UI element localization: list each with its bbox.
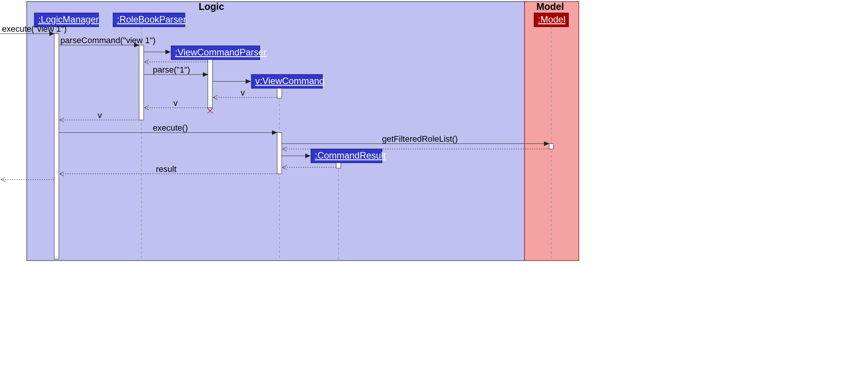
- activation-view-command-exec: [277, 133, 282, 174]
- head-view-command-parser-label: :ViewCommandParser: [175, 47, 267, 57]
- msg-result: result: [156, 164, 177, 174]
- head-view-command-label: v:ViewCommand: [255, 76, 324, 86]
- activation-model: [549, 144, 554, 149]
- logic-frame-title: Logic: [199, 1, 224, 12]
- sequence-diagram: Logic Model :LogicManager :RoleBookParse…: [0, 0, 581, 264]
- model-frame: Model: [525, 1, 579, 261]
- activation-rolebook-parser: [139, 45, 144, 120]
- activation-logic-manager: [54, 34, 59, 259]
- head-logic-manager-label: :LogicManager: [38, 14, 99, 24]
- msg-parse-1: parse("1"): [153, 65, 190, 75]
- msg-getfilteredrolelist: getFilteredRoleList(): [382, 134, 458, 144]
- head-view-command: v:ViewCommand: [251, 75, 324, 88]
- activation-view-command-create: [277, 88, 282, 98]
- head-rolebook-parser-label: :RoleBookParser: [117, 14, 186, 24]
- msg-return-v1: v: [241, 88, 245, 97]
- msg-return-v3: v: [98, 110, 102, 120]
- activation-view-command-parser: [208, 60, 212, 108]
- head-view-command-parser: :ViewCommandParser: [171, 46, 267, 60]
- msg-return-v2: v: [173, 98, 178, 108]
- head-model-label: :Model: [538, 14, 565, 24]
- model-frame-title: Model: [536, 1, 564, 12]
- msg-execute: execute(): [153, 123, 188, 133]
- head-model: :Model: [534, 13, 568, 27]
- head-command-result-label: :CommandResult: [315, 150, 386, 160]
- msg-execute-view1: execute("view 1"): [2, 24, 67, 34]
- activation-command-result: [336, 163, 341, 168]
- msg-parsecommand: parseCommand("view 1"): [60, 36, 155, 45]
- head-rolebook-parser: :RoleBookParser: [113, 13, 186, 27]
- svg-rect-1: [525, 2, 579, 261]
- head-command-result: :CommandResult: [311, 149, 386, 163]
